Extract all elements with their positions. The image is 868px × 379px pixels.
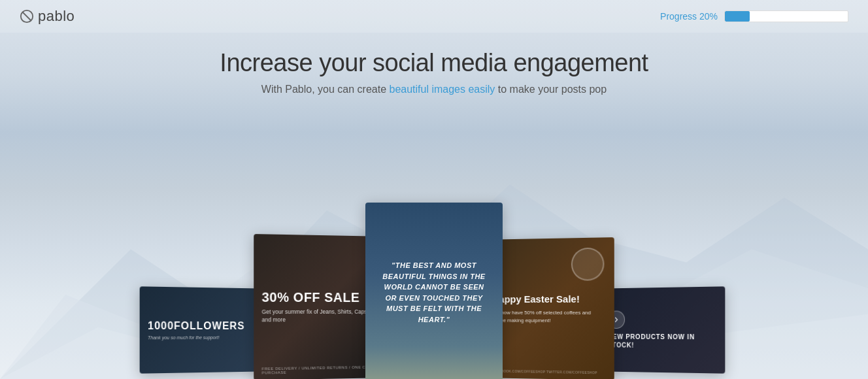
card-followers-subtitle: Thank you so much for the support! xyxy=(148,335,257,340)
card-easter-title: Happy Easter Sale! xyxy=(492,293,606,305)
cards-showcase: 1000Followers Thank you so much for the … xyxy=(140,183,728,379)
card-easter[interactable]: Happy Easter Sale! We now have 50% off s… xyxy=(485,237,614,379)
card-followers[interactable]: 1000Followers Thank you so much for the … xyxy=(140,286,265,373)
svg-line-4 xyxy=(23,12,31,21)
logo-area: pablo xyxy=(20,8,75,25)
subheadline-highlight: beautiful images easily xyxy=(390,84,495,95)
main-headline: Increase your social media engagement xyxy=(220,49,648,77)
headline-section: Increase your social media engagement Wi… xyxy=(220,49,648,95)
card-sale-subtitle: Get your summer fix of Jeans, Shirts, Ca… xyxy=(262,308,376,324)
card-easter-footer: FACEBOOK.COM/COFFEESHOP TWITTER.COM/COFF… xyxy=(492,369,597,375)
subheadline-suffix: to make your posts pop xyxy=(495,84,607,95)
card-followers-content: 1000Followers Thank you so much for the … xyxy=(140,286,265,373)
card-easter-circle-decoration xyxy=(571,248,605,281)
main-content: Increase your social media engagement Wi… xyxy=(0,0,868,379)
card-sale[interactable]: 30% OFF SALE Get your summer fix of Jean… xyxy=(254,234,383,379)
progress-bar-track xyxy=(724,10,848,22)
card-sale-title: 30% OFF SALE xyxy=(262,290,376,305)
card-easter-subtitle: We now have 50% off selected coffees and… xyxy=(492,309,606,324)
card-quote-content: "The best and most beautiful things in t… xyxy=(365,203,503,379)
header: pablo Progress 20% xyxy=(0,0,868,33)
logo-text: pablo xyxy=(38,8,75,25)
card-easter-content: Happy Easter Sale! We now have 50% off s… xyxy=(485,237,614,379)
progress-label: Progress 20% xyxy=(660,11,718,22)
card-quote-text: "The best and most beautiful things in t… xyxy=(373,260,495,325)
pablo-logo-icon xyxy=(20,9,34,24)
card-products[interactable]: NEW PRODUCTS NOW IN STOCK! xyxy=(600,286,725,373)
card-products-title: NEW PRODUCTS NOW IN STOCK! xyxy=(608,333,717,350)
card-followers-title: 1000Followers xyxy=(148,320,257,331)
card-quote[interactable]: "The best and most beautiful things in t… xyxy=(365,203,503,379)
card-products-content: NEW PRODUCTS NOW IN STOCK! xyxy=(600,286,725,373)
progress-area: Progress 20% xyxy=(660,10,848,22)
card-sale-content: 30% OFF SALE Get your summer fix of Jean… xyxy=(254,234,383,379)
sub-headline: With Pablo, you can create beautiful ima… xyxy=(220,84,648,95)
subheadline-prefix: With Pablo, you can create xyxy=(261,84,390,95)
progress-bar-fill xyxy=(725,11,750,22)
